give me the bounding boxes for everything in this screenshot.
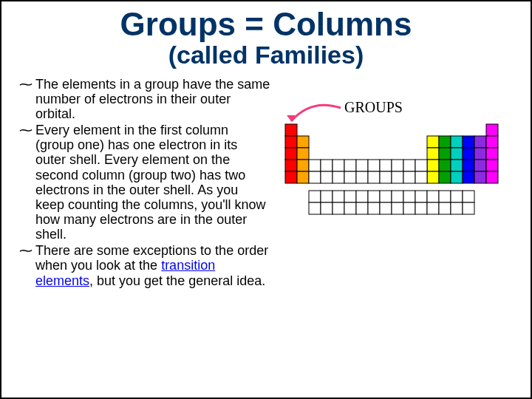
svg-rect-79 [415, 202, 427, 214]
periodic-groups-diagram: GROUPS [278, 95, 507, 257]
svg-rect-24 [463, 148, 474, 160]
svg-rect-75 [368, 202, 380, 214]
svg-rect-31 [486, 124, 498, 136]
bullet-text: There are some exceptions to the order w… [35, 243, 268, 273]
bullet-text: , but you get the general idea. [89, 273, 265, 288]
bullet-item: There are some exceptions to the order w… [19, 243, 270, 287]
svg-rect-69 [463, 191, 474, 202]
svg-rect-56 [309, 191, 321, 202]
svg-rect-62 [380, 191, 392, 202]
content-row: The elements in a group have the same nu… [19, 77, 513, 290]
bullet-item: Every element in the first column (group… [19, 123, 270, 242]
svg-rect-6 [285, 171, 297, 183]
svg-rect-53 [392, 171, 403, 183]
svg-rect-25 [463, 160, 474, 171]
svg-rect-41 [368, 160, 380, 171]
bullet-list: The elements in a group have the same nu… [19, 77, 270, 290]
svg-rect-43 [392, 160, 403, 171]
svg-rect-66 [427, 191, 439, 202]
svg-rect-16 [439, 148, 451, 160]
svg-rect-47 [321, 171, 332, 183]
svg-text:GROUPS: GROUPS [344, 99, 403, 115]
svg-rect-35 [486, 171, 498, 183]
svg-rect-37 [321, 160, 332, 171]
groups-figure: GROUPS [278, 77, 513, 290]
slide: Groups = Columns (called Families) The e… [0, 0, 532, 399]
svg-rect-30 [474, 171, 486, 183]
svg-rect-7 [297, 136, 309, 148]
svg-rect-39 [344, 160, 356, 171]
svg-rect-18 [439, 171, 451, 183]
svg-rect-45 [415, 160, 427, 171]
svg-rect-64 [403, 191, 415, 202]
svg-rect-3 [285, 136, 297, 148]
svg-rect-70 [309, 202, 321, 214]
svg-rect-58 [332, 191, 344, 202]
svg-rect-34 [486, 160, 498, 171]
svg-rect-51 [368, 171, 380, 183]
svg-rect-15 [439, 136, 451, 148]
svg-rect-73 [344, 202, 356, 214]
svg-rect-13 [427, 160, 439, 171]
svg-rect-20 [451, 148, 463, 160]
bullet-text: Every element in the first column (group… [35, 123, 266, 242]
svg-rect-38 [332, 160, 344, 171]
svg-rect-42 [380, 160, 392, 171]
svg-rect-4 [285, 148, 297, 160]
svg-rect-54 [403, 171, 415, 183]
svg-rect-68 [451, 191, 463, 202]
svg-rect-55 [415, 171, 427, 183]
svg-rect-60 [356, 191, 368, 202]
svg-rect-63 [392, 191, 403, 202]
svg-rect-14 [427, 171, 439, 183]
svg-rect-33 [486, 148, 498, 160]
svg-rect-8 [297, 148, 309, 160]
svg-rect-11 [427, 136, 439, 148]
svg-rect-23 [463, 136, 474, 148]
svg-rect-21 [451, 160, 463, 171]
svg-rect-78 [403, 202, 415, 214]
svg-rect-29 [474, 160, 486, 171]
svg-rect-52 [380, 171, 392, 183]
svg-rect-77 [392, 202, 403, 214]
bullet-item: The elements in a group have the same nu… [19, 77, 270, 121]
svg-rect-26 [463, 171, 474, 183]
svg-rect-59 [344, 191, 356, 202]
svg-rect-40 [356, 160, 368, 171]
svg-rect-83 [463, 202, 474, 214]
svg-rect-71 [321, 202, 332, 214]
svg-rect-9 [297, 160, 309, 171]
svg-rect-46 [309, 171, 321, 183]
svg-rect-76 [380, 202, 392, 214]
slide-title: Groups = Columns [19, 7, 513, 41]
svg-rect-32 [486, 136, 498, 148]
svg-rect-5 [285, 160, 297, 171]
svg-rect-36 [309, 160, 321, 171]
svg-rect-50 [356, 171, 368, 183]
svg-rect-48 [332, 171, 344, 183]
svg-rect-74 [356, 202, 368, 214]
slide-subtitle: (called Families) [19, 41, 513, 69]
svg-rect-12 [427, 148, 439, 160]
svg-rect-10 [297, 171, 309, 183]
svg-rect-67 [439, 191, 451, 202]
svg-rect-61 [368, 191, 380, 202]
svg-rect-28 [474, 148, 486, 160]
svg-rect-65 [415, 191, 427, 202]
svg-rect-44 [403, 160, 415, 171]
svg-rect-19 [451, 136, 463, 148]
svg-rect-22 [451, 171, 463, 183]
svg-rect-82 [451, 202, 463, 214]
bullet-text: The elements in a group have the same nu… [35, 77, 270, 121]
svg-rect-2 [285, 124, 297, 136]
svg-rect-57 [321, 191, 332, 202]
svg-rect-81 [439, 202, 451, 214]
svg-rect-72 [332, 202, 344, 214]
svg-rect-17 [439, 160, 451, 171]
svg-rect-27 [474, 136, 486, 148]
svg-rect-49 [344, 171, 356, 183]
svg-rect-80 [427, 202, 439, 214]
